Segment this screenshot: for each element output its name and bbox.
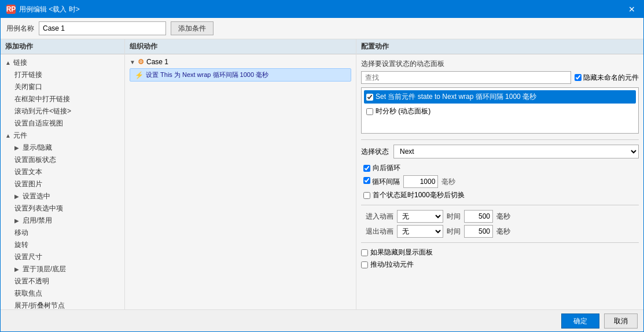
exit-time-label: 时间 [447,227,461,237]
push-slide-label-wrap[interactable]: 推动/拉动元件 [361,260,414,270]
enter-time-label: 时间 [447,212,461,222]
window-title: 用例编辑 <载入 时> [19,5,80,14]
push-slide-checkbox[interactable] [361,261,368,268]
tree-item-set-size[interactable]: 设置尺寸 [1,251,124,263]
tree-item-scroll-to[interactable]: 滚动到元件<链接> [1,105,124,117]
exit-anim-label: 退出动画 [361,227,393,237]
select-state-row: 选择状态 Next Previous First Last [361,145,639,158]
state-item-1[interactable]: 时分秒 (动态面板) [364,105,636,118]
exit-ms-label: 毫秒 [496,227,510,237]
panel-select-label: 选择要设置状态的动态面板 [361,59,639,69]
middle-panel-header: 组织动作 [125,39,356,54]
app-icon: RP [6,5,16,14]
tree-item-close-window[interactable]: 关闭窗口 [1,81,124,93]
tree-item-set-image[interactable]: 设置图片 [1,178,124,190]
hide-unnamed-checkbox-label[interactable]: 隐藏未命名的元件 [575,73,639,83]
close-button[interactable]: ✕ [626,5,638,14]
main-content: 添加动作 ▲ 链接 打开链接 关闭窗口 在框架中打开链接 滚动到元件<链接> 设… [1,39,643,309]
action-bolt-icon: ⚡ [135,71,143,79]
panel-select-section: 选择要设置状态的动态面板 隐藏未命名的元件 Set 当前元件 state to … [361,59,639,134]
case-label: Case 1 [146,58,168,66]
if-hidden-row: 如果隐藏则显示面板 [361,248,639,257]
hide-unnamed-label: 隐藏未命名的元件 [583,73,639,83]
tree-item-move[interactable]: 移动 [1,227,124,239]
loop-interval-label: 循环间隔 [372,178,400,186]
state-list-box: Set 当前元件 state to Next wrap 循环间隔 1000 毫秒… [361,87,639,134]
title-bar-left: RP 用例编辑 <载入 时> [6,5,80,14]
tree-group-links[interactable]: ▲ 链接 [1,57,124,69]
name-label: 用例名称 [6,24,34,34]
exit-anim-row: 退出动画 无 时间 毫秒 [361,225,639,238]
main-window: RP 用例编辑 <载入 时> ✕ 用例名称 添加条件 添加动作 ▲ 链接 打开链… [0,0,644,332]
toolbar: 用例名称 添加条件 [1,18,643,39]
loop-interval-row: 循环间隔 毫秒 [363,175,639,188]
loop-interval-checkbox[interactable] [363,177,370,184]
chevron-set-selected: ▶ [14,193,20,200]
tree-item-show-hide[interactable]: ▶显示/隐藏 [1,142,124,154]
forward-loop-text: 向后循环 [373,163,400,173]
if-hidden-label-wrap[interactable]: 如果隐藏则显示面板 [361,248,433,257]
divider-3 [361,242,639,243]
hide-unnamed-checkbox[interactable] [575,74,582,81]
organize-actions-content: ▼ ⚙ Case 1 ⚡ 设置 This 为 Next wrap 循环间隔 10… [125,54,356,309]
add-condition-button[interactable]: 添加条件 [171,21,214,35]
divider-1 [361,139,639,140]
bottom-bar: 确定 取消 [1,309,643,331]
enter-time-input[interactable] [464,210,493,223]
expand-arrow-elements: ▲ [5,132,11,139]
first-state-delay-checkbox[interactable] [363,192,370,199]
tree-item-top-layer[interactable]: ▶置于顶层/底层 [1,263,124,275]
ms-unit-1: 毫秒 [441,177,455,187]
forward-loop-row: 向后循环 [363,163,639,173]
animation-section: 进入动画 无 时间 毫秒 退出动画 无 时间 [361,210,639,238]
if-hidden-label: 如果隐藏则显示面板 [370,248,433,257]
push-slide-row: 推动/拉动元件 [361,260,639,270]
loop-interval-input[interactable] [403,175,438,188]
chevron-show-hide: ▶ [14,145,20,151]
chevron-case: ▼ [130,59,135,65]
forward-loop-label[interactable]: 向后循环 [363,163,400,173]
case-item[interactable]: ▼ ⚙ Case 1 [127,57,354,67]
tree-item-set-panel-state[interactable]: 设置面板状态 [1,154,124,166]
state-item-label-1: 时分秒 (动态面板) [376,106,430,116]
ok-button[interactable]: 确定 [561,313,599,329]
left-panel-header: 添加动作 [1,39,124,54]
action-item[interactable]: ⚡ 设置 This 为 Next wrap 循环间隔 1000 毫秒 [130,68,351,82]
case-name-input[interactable] [39,21,166,35]
enter-anim-row: 进入动画 无 时间 毫秒 [361,210,639,223]
enter-anim-label: 进入动画 [361,212,393,222]
tree-item-set-adaptive[interactable]: 设置自适应视图 [1,117,124,130]
tree-item-set-list-item[interactable]: 设置列表选中项 [1,202,124,215]
tree-item-expand-collapse[interactable]: 展开/折叠树节点 [1,300,124,309]
state-check-0[interactable] [366,94,373,101]
tree-item-opacity[interactable]: 设置不透明 [1,275,124,287]
tree-item-focus[interactable]: 获取焦点 [1,287,124,300]
middle-panel: 组织动作 ▼ ⚙ Case 1 ⚡ 设置 This 为 Next wrap 循环… [125,39,356,309]
state-dropdown[interactable]: Next Previous First Last [393,145,639,158]
first-state-delay-row: 首个状态延时1000毫秒后切换 [363,190,639,200]
tree-item-open-link[interactable]: 打开链接 [1,69,124,81]
loop-interval-label-wrap[interactable]: 循环间隔 [363,177,400,187]
tree-item-set-selected[interactable]: ▶设置选中 [1,190,124,202]
extra-checks: 如果隐藏则显示面板 推动/拉动元件 [361,248,639,270]
exit-time-input[interactable] [464,225,493,238]
enter-anim-select[interactable]: 无 [397,210,443,223]
tree-group-elements[interactable]: ▲ 元件 [1,130,124,142]
first-state-delay-text: 首个状态延时1000毫秒后切换 [373,190,465,200]
left-panel: 添加动作 ▲ 链接 打开链接 关闭窗口 在框架中打开链接 滚动到元件<链接> 设… [1,39,125,309]
if-hidden-checkbox[interactable] [361,249,368,256]
action-tree: ▲ 链接 打开链接 关闭窗口 在框架中打开链接 滚动到元件<链接> 设置自适应视… [1,54,124,309]
right-panel-header: 配置动作 [356,39,643,54]
panel-search-input[interactable] [361,71,571,84]
state-item-0[interactable]: Set 当前元件 state to Next wrap 循环间隔 1000 毫秒 [364,90,636,104]
cancel-button[interactable]: 取消 [604,313,638,329]
exit-anim-select[interactable]: 无 [397,225,443,238]
forward-loop-checkbox[interactable] [363,165,370,172]
right-panel: 配置动作 选择要设置状态的动态面板 隐藏未命名的元件 [356,39,643,309]
state-check-1[interactable] [366,108,373,115]
tree-item-rotate[interactable]: 旋转 [1,239,124,251]
tree-item-set-text[interactable]: 设置文本 [1,166,124,178]
first-state-delay-label[interactable]: 首个状态延时1000毫秒后切换 [363,190,465,200]
tree-item-enable-disable[interactable]: ▶启用/禁用 [1,215,124,227]
tree-item-open-in-frame[interactable]: 在框架中打开链接 [1,93,124,105]
